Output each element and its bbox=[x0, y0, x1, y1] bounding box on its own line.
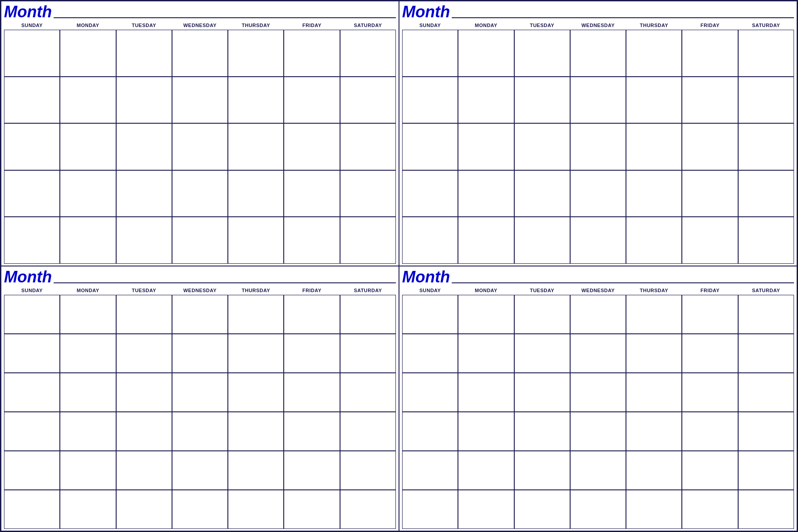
day-fri-tl: FRIDAY bbox=[284, 22, 340, 29]
calendar-cell bbox=[570, 217, 626, 264]
calendar-cell bbox=[738, 295, 794, 334]
day-tue-br: TUESDAY bbox=[514, 287, 570, 294]
calendar-cell bbox=[738, 77, 794, 124]
calendar-cell bbox=[4, 412, 60, 451]
calendar-cell bbox=[340, 123, 396, 170]
calendar-cell bbox=[626, 490, 682, 529]
calendar-cell bbox=[4, 217, 60, 264]
month-line-top-left bbox=[54, 17, 396, 18]
month-title-top-left: Month bbox=[4, 4, 52, 20]
calendar-cell bbox=[60, 295, 116, 334]
calendar-cell bbox=[738, 123, 794, 170]
calendar-cell bbox=[514, 30, 570, 77]
calendar-cell bbox=[682, 170, 738, 217]
calendar-cell bbox=[228, 295, 284, 334]
calendar-cell bbox=[172, 334, 228, 373]
calendar-top-left: Month SUNDAY MONDAY TUESDAY WEDNESDAY TH… bbox=[1, 1, 399, 266]
calendar-header-top-left: Month bbox=[4, 4, 396, 20]
day-tue-bl: TUESDAY bbox=[116, 287, 172, 294]
calendar-cell bbox=[626, 123, 682, 170]
calendar-cell bbox=[228, 170, 284, 217]
calendar-cell bbox=[4, 77, 60, 124]
calendar-cell bbox=[340, 30, 396, 77]
calendar-cell bbox=[682, 412, 738, 451]
calendar-cell bbox=[172, 412, 228, 451]
calendar-cell bbox=[340, 490, 396, 529]
calendar-cell bbox=[682, 77, 738, 124]
calendar-cell bbox=[4, 295, 60, 334]
calendar-cell bbox=[514, 490, 570, 529]
day-headers-bottom-left: SUNDAY MONDAY TUESDAY WEDNESDAY THURSDAY… bbox=[4, 287, 396, 294]
calendar-cell bbox=[4, 30, 60, 77]
day-sat-br: SATURDAY bbox=[738, 287, 794, 294]
day-tue-tl: TUESDAY bbox=[116, 22, 172, 29]
calendar-cell bbox=[738, 217, 794, 264]
calendar-cell bbox=[172, 373, 228, 412]
calendar-cell bbox=[626, 334, 682, 373]
calendar-cell bbox=[626, 30, 682, 77]
day-wed-tr: WEDNESDAY bbox=[570, 22, 626, 29]
calendar-cell bbox=[116, 123, 172, 170]
calendar-cell bbox=[4, 490, 60, 529]
day-sun-tr: SUNDAY bbox=[402, 22, 458, 29]
calendar-grid-bottom-right bbox=[402, 295, 794, 529]
calendar-cell bbox=[570, 412, 626, 451]
day-fri-br: FRIDAY bbox=[682, 287, 738, 294]
calendar-cell bbox=[402, 334, 458, 373]
calendar-cell bbox=[228, 451, 284, 490]
calendar-cell bbox=[228, 373, 284, 412]
month-title-bottom-right: Month bbox=[402, 269, 450, 285]
page-container: Month SUNDAY MONDAY TUESDAY WEDNESDAY TH… bbox=[0, 0, 798, 532]
calendar-header-top-right: Month bbox=[402, 4, 794, 20]
calendar-cell bbox=[514, 217, 570, 264]
day-sun-tl: SUNDAY bbox=[4, 22, 60, 29]
calendar-bottom-right: Month SUNDAY MONDAY TUESDAY WEDNESDAY TH… bbox=[399, 266, 797, 531]
calendar-cell bbox=[4, 123, 60, 170]
calendar-cell bbox=[458, 170, 514, 217]
calendar-cell bbox=[626, 412, 682, 451]
calendar-cell bbox=[458, 412, 514, 451]
calendar-cell bbox=[626, 295, 682, 334]
calendar-cell bbox=[116, 77, 172, 124]
calendar-cell bbox=[172, 30, 228, 77]
calendar-cell bbox=[682, 451, 738, 490]
calendar-top-right: Month SUNDAY MONDAY TUESDAY WEDNESDAY TH… bbox=[399, 1, 797, 266]
day-thu-bl: THURSDAY bbox=[228, 287, 284, 294]
day-mon-tl: MONDAY bbox=[60, 22, 116, 29]
calendar-cell bbox=[116, 373, 172, 412]
calendar-cell bbox=[116, 30, 172, 77]
calendar-cell bbox=[228, 217, 284, 264]
calendar-cell bbox=[514, 334, 570, 373]
month-line-top-right bbox=[452, 17, 794, 18]
calendar-cell bbox=[60, 334, 116, 373]
calendar-cell bbox=[284, 217, 340, 264]
calendar-cell bbox=[284, 30, 340, 77]
day-mon-bl: MONDAY bbox=[60, 287, 116, 294]
calendar-cell bbox=[402, 295, 458, 334]
calendar-cell bbox=[514, 123, 570, 170]
calendar-cell bbox=[4, 170, 60, 217]
calendar-cell bbox=[284, 295, 340, 334]
calendar-cell bbox=[284, 451, 340, 490]
calendar-cell bbox=[340, 373, 396, 412]
calendar-cell bbox=[738, 170, 794, 217]
day-wed-tl: WEDNESDAY bbox=[172, 22, 228, 29]
calendar-grid-top-left bbox=[4, 30, 396, 264]
month-line-bottom-right bbox=[452, 282, 794, 283]
calendar-cell bbox=[682, 373, 738, 412]
calendar-cell bbox=[116, 217, 172, 264]
calendar-cell bbox=[738, 30, 794, 77]
calendar-cell bbox=[570, 170, 626, 217]
calendar-cell bbox=[284, 412, 340, 451]
calendar-cell bbox=[402, 30, 458, 77]
calendar-cell bbox=[570, 490, 626, 529]
calendar-cell bbox=[4, 451, 60, 490]
calendar-cell bbox=[60, 490, 116, 529]
calendar-cell bbox=[4, 334, 60, 373]
calendar-cell bbox=[402, 451, 458, 490]
calendar-cell bbox=[738, 451, 794, 490]
calendar-cell bbox=[626, 77, 682, 124]
calendar-cell bbox=[682, 217, 738, 264]
calendar-cell bbox=[570, 295, 626, 334]
calendar-cell bbox=[570, 30, 626, 77]
